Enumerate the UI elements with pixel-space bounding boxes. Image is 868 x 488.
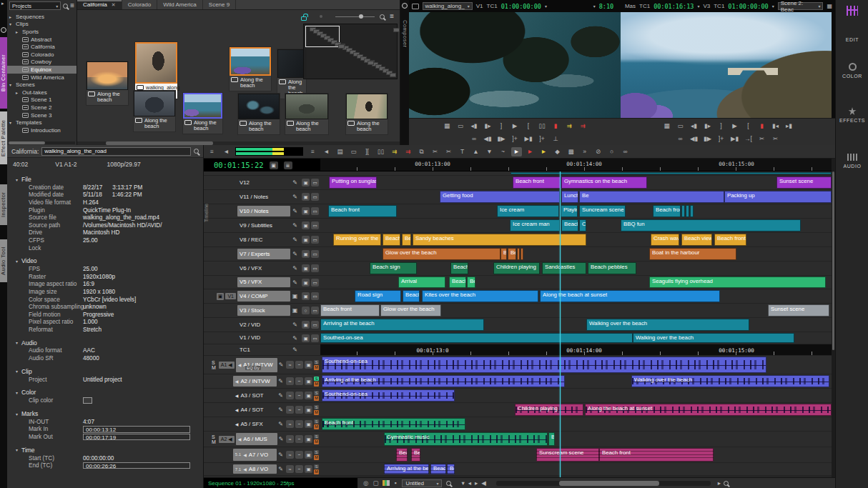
workspace-effects[interactable]: EFFECTS bbox=[836, 107, 868, 123]
timeline-ruler[interactable]: 00:01:13:0000:01:14:0000:01:15:00 bbox=[320, 159, 832, 171]
monitor-button[interactable]: ▣ bbox=[302, 236, 310, 244]
timeline-clip[interactable]: Beach front bbox=[653, 205, 681, 217]
circle-tool-icon[interactable]: ○ bbox=[606, 147, 617, 156]
overwrite-icon[interactable]: ⇉ bbox=[578, 121, 588, 131]
timeline-clip[interactable] bbox=[511, 172, 832, 174]
trim-icon[interactable]: ▭ bbox=[348, 147, 359, 156]
link-icon[interactable]: ∞ bbox=[469, 134, 480, 144]
track-header-a6[interactable]: S MA2 ◀◀A6 / MUS✎≈~▣SM bbox=[204, 432, 320, 447]
tree-item-equinox[interactable]: Equinox bbox=[7, 66, 77, 74]
monitor-icon[interactable]: ▣ bbox=[217, 293, 225, 300]
timeline-clip[interactable]: Beac bbox=[396, 448, 408, 462]
track-header-v6[interactable]: V6 / VFX✎▣▭ bbox=[204, 262, 320, 276]
timeline-clip[interactable] bbox=[681, 205, 685, 217]
panel-tab-audio-tool[interactable]: Audio Tool bbox=[0, 239, 7, 282]
solo-button[interactable]: S bbox=[314, 405, 319, 410]
record-track-button[interactable]: ▣ bbox=[305, 377, 312, 385]
track-name-a6[interactable]: ◀A6 / MUS bbox=[236, 433, 277, 445]
section-header[interactable]: ▾File bbox=[7, 175, 203, 184]
track-name-v6[interactable]: V6 / VFX bbox=[237, 263, 290, 274]
timeline-clip[interactable]: Gymnastic music bbox=[384, 432, 548, 446]
pencil-icon[interactable]: ✎ bbox=[290, 179, 300, 186]
timeline-clip[interactable]: Seagulls flying overhead bbox=[649, 277, 826, 288]
solo-button[interactable]: S bbox=[314, 419, 319, 424]
clip-name-input[interactable] bbox=[41, 147, 191, 156]
video-quality-icon[interactable]: ▦ bbox=[661, 121, 672, 131]
record-track-button[interactable]: ▣ bbox=[305, 420, 312, 428]
waveform-button[interactable]: ≈ bbox=[286, 406, 294, 414]
bin-clip-card[interactable]: Along the beach bbox=[133, 90, 176, 132]
timeline-clip[interactable]: Beach view bbox=[681, 234, 712, 246]
panel-tab-inspector[interactable]: Inspector bbox=[0, 184, 7, 225]
track-header-v7[interactable]: V7 / Experts✎▣▭ bbox=[204, 247, 320, 262]
track-name-v10[interactable]: V10 / Notes bbox=[237, 206, 290, 216]
record-track-button[interactable]: ▭ bbox=[311, 236, 319, 244]
segment-splice-icon[interactable]: ► bbox=[538, 147, 549, 156]
timeline-clip[interactable]: Beach bbox=[561, 219, 578, 231]
timeline-clip[interactable]: Suncream scene bbox=[579, 205, 626, 217]
source-track-button[interactable]: A1 ◀ bbox=[219, 362, 235, 369]
search-icon[interactable] bbox=[446, 481, 451, 486]
timeline-clip[interactable]: Be bbox=[467, 277, 475, 288]
timeline-clip[interactable]: Beach pebbles bbox=[588, 262, 636, 274]
trim-left-icon[interactable]: ▮◂ bbox=[770, 121, 781, 131]
eq-dyn-badge[interactable]: EQ Dy bbox=[245, 366, 261, 370]
timeline-clip[interactable]: Boat in the harbour bbox=[649, 248, 736, 260]
track-header-v12[interactable]: V12✎▣▭ bbox=[204, 176, 320, 190]
bin-tab-wild-america[interactable]: Wild America bbox=[157, 0, 203, 9]
timeline-menu-icon[interactable]: ≡ bbox=[207, 147, 217, 156]
next-event-icon[interactable]: ▮▸ bbox=[702, 121, 713, 131]
frame-view-button[interactable] bbox=[320, 15, 322, 18]
master-timecode[interactable]: 00:01:16:13 bbox=[654, 3, 694, 10]
timeline-clip[interactable]: B bbox=[548, 432, 555, 446]
timeline-clip[interactable]: Arriving at the be bbox=[384, 464, 429, 474]
razor-icon[interactable]: ✂ bbox=[443, 147, 454, 156]
solo-button[interactable]: S bbox=[314, 464, 319, 469]
timeline-clip[interactable]: Sandcastles bbox=[542, 262, 586, 274]
track-name-v9[interactable]: V9 / Subtitles bbox=[237, 220, 290, 231]
mark-in-icon[interactable]: [ bbox=[523, 121, 534, 131]
source-track-button[interactable]: V1 bbox=[225, 293, 236, 299]
track-header-a2[interactable]: ◀A2 / INTVW✎≈~▣SM bbox=[204, 374, 320, 389]
automation-button[interactable]: ~ bbox=[295, 361, 303, 369]
pencil-icon[interactable]: ✎ bbox=[277, 392, 285, 399]
text-tool-icon[interactable]: T bbox=[457, 147, 468, 156]
track-name-a4[interactable]: ◀A4 / SOT bbox=[233, 404, 277, 415]
field-value-input[interactable]: 00:00:13:12 bbox=[83, 426, 190, 433]
timeline-clip[interactable]: Beach front bbox=[599, 448, 714, 462]
timeline-clip[interactable]: Ice cream man bbox=[510, 219, 560, 231]
disclosure-icon[interactable]: ▾ bbox=[16, 177, 18, 182]
tree-item-out-takes[interactable]: ▸Out-takes bbox=[7, 89, 77, 96]
timeline-clip[interactable]: Putting on sunglas bbox=[329, 176, 377, 189]
record-track-button[interactable]: ▣ bbox=[305, 406, 312, 414]
record-track-button[interactable]: ▭ bbox=[311, 264, 319, 272]
record-track-button[interactable]: ▭ bbox=[311, 250, 319, 258]
mute-button[interactable]: M bbox=[314, 365, 319, 370]
workspace-edit[interactable]: EDIT bbox=[836, 37, 868, 42]
tree-item-california[interactable]: California bbox=[7, 43, 77, 51]
pencil-icon[interactable]: ✎ bbox=[277, 421, 285, 427]
timeline-clip[interactable]: Getting food bbox=[440, 191, 560, 203]
timeline-clip[interactable]: Playing bbox=[561, 205, 578, 217]
record-track-button[interactable]: ▣ bbox=[305, 361, 312, 369]
unlock-icon[interactable] bbox=[301, 16, 307, 21]
workspace-audio[interactable]: AUDIO bbox=[836, 154, 868, 169]
pencil-icon[interactable]: ✎ bbox=[290, 335, 300, 342]
disclosure-icon[interactable]: ▾ bbox=[16, 390, 18, 395]
search-icon[interactable] bbox=[380, 14, 385, 19]
track-header-v10[interactable]: V10 / Notes✎▣▭ bbox=[204, 204, 320, 219]
toggle-icon[interactable]: ▪ bbox=[394, 479, 396, 487]
disclosure-icon[interactable]: ▾ bbox=[16, 259, 18, 264]
track-name-tc1[interactable]: TC1 bbox=[237, 346, 290, 354]
page-fwd-icon[interactable]: ▸ bbox=[475, 479, 478, 487]
timeline-tab[interactable]: Timeline bbox=[204, 188, 212, 238]
link-icon[interactable]: ∞ bbox=[675, 134, 686, 144]
record-track-button[interactable]: ▣ bbox=[305, 451, 312, 459]
track-header-a5[interactable]: ◀A5 / SFX✎≈~▣SM bbox=[204, 417, 320, 432]
track-header-v5[interactable]: V5 / VFX✎▣▭ bbox=[204, 276, 320, 289]
record-track-button[interactable]: ▭ bbox=[311, 334, 319, 342]
focus-icon[interactable]: ◎ bbox=[363, 479, 368, 487]
record-track-button[interactable]: ▭ bbox=[311, 221, 319, 229]
composer-tab[interactable]: Composer bbox=[401, 20, 408, 48]
track-name-v11[interactable]: V11 / Notes bbox=[237, 191, 290, 202]
